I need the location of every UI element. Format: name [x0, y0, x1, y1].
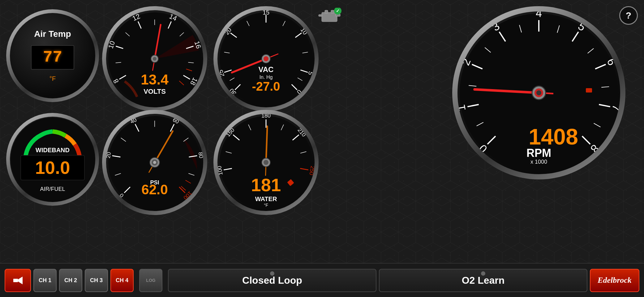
svg-text:AIR/FUEL: AIR/FUEL: [40, 186, 65, 192]
oil-pressure-svg: 0 20 40 60 80 100: [106, 114, 203, 211]
svg-text:20: 20: [106, 152, 112, 159]
ch2-button[interactable]: CH 2: [59, 269, 82, 292]
svg-text:°F: °F: [264, 203, 268, 208]
vacuum-gauge-outer: 15 10 5 0 20 25 30: [213, 6, 319, 111]
o2-learn-led: [481, 271, 485, 276]
svg-point-126: [153, 161, 156, 164]
svg-text:180: 180: [261, 114, 271, 119]
svg-text:RPM: RPM: [526, 147, 551, 159]
svg-point-148: [264, 160, 268, 165]
svg-text:181: 181: [251, 175, 281, 195]
svg-point-57: [264, 56, 268, 61]
svg-text:15: 15: [263, 10, 269, 16]
svg-rect-88: [586, 88, 592, 93]
oil-pressure-gauge-inner: 0 20 40 60 80 100: [106, 114, 203, 211]
svg-rect-4: [319, 15, 322, 16]
air-temp-value: 77: [38, 48, 67, 67]
rpm-svg: 0 1 2 3 4 5 6 7 8: [457, 11, 620, 174]
water-temp-gauge-outer: 100 150 180 210 250: [213, 110, 319, 215]
air-temp-unit: °F: [49, 75, 56, 82]
back-button[interactable]: [5, 269, 31, 292]
svg-point-93: [536, 90, 541, 95]
o2-learn-button[interactable]: O2 Learn: [379, 269, 587, 292]
bottom-bar: CH 1 CH 2 CH 3 CH 4 LOG Closed Loop O2 L…: [0, 263, 644, 297]
wideband-gauge-inner: WIDEBAND 10.0 AIR/FUEL: [10, 117, 95, 202]
air-temp-label: Air Temp: [34, 29, 71, 39]
closed-loop-button[interactable]: Closed Loop: [168, 269, 376, 292]
voltmeter-svg: 8 10 12 14 16 18: [106, 10, 203, 107]
vacuum-svg: 15 10 5 0 20 25 30: [217, 10, 315, 107]
vacuum-gauge-inner: 15 10 5 0 20 25 30: [217, 10, 315, 107]
svg-rect-1: [325, 10, 328, 13]
air-temp-gauge-inner: Air Temp 77 °F: [10, 13, 95, 98]
voltmeter-gauge-outer: 8 10 12 14 16 18: [102, 6, 207, 111]
svg-point-30: [153, 57, 157, 61]
engine-icon: ✓: [316, 8, 343, 25]
svg-rect-153: [13, 279, 18, 282]
ch3-button[interactable]: CH 3: [85, 269, 108, 292]
wideband-gauge-outer: WIDEBAND 10.0 AIR/FUEL: [6, 113, 99, 206]
svg-text:WATER: WATER: [255, 196, 277, 202]
svg-text:VOLTS: VOLTS: [144, 88, 166, 95]
rpm-gauge-inner: 0 1 2 3 4 5 6 7 8: [457, 11, 620, 174]
ch4-button[interactable]: CH 4: [110, 269, 134, 292]
svg-rect-2: [331, 10, 334, 13]
svg-rect-0: [322, 12, 337, 22]
svg-text:10.0: 10.0: [35, 157, 70, 178]
water-temp-gauge-inner: 100 150 180 210 250: [217, 114, 315, 211]
closed-loop-led: [270, 271, 274, 276]
svg-text:✓: ✓: [336, 8, 340, 13]
help-button[interactable]: ?: [619, 6, 638, 25]
engine-status-area: ✓: [316, 8, 343, 26]
svg-text:62.0: 62.0: [141, 182, 168, 197]
svg-text:WIDEBAND: WIDEBAND: [36, 147, 70, 153]
svg-text:1408: 1408: [529, 124, 578, 149]
arrow-left-icon: [12, 275, 24, 286]
oil-pressure-gauge-outer: 0 20 40 60 80 100: [102, 110, 207, 215]
svg-text:VAC: VAC: [259, 65, 274, 74]
ch1-button[interactable]: CH 1: [33, 269, 57, 292]
edelbrock-button[interactable]: Edelbrock: [590, 269, 639, 292]
water-temp-svg: 100 150 180 210 250: [217, 114, 315, 211]
wideband-svg: WIDEBAND 10.0 AIR/FUEL: [10, 117, 95, 202]
svg-text:4: 4: [536, 11, 542, 19]
svg-text:80: 80: [197, 152, 203, 159]
svg-text:In. Hg: In. Hg: [260, 75, 273, 80]
svg-text:x 1000: x 1000: [530, 159, 547, 165]
voltmeter-gauge-inner: 8 10 12 14 16 18: [106, 10, 203, 107]
log-button[interactable]: LOG: [139, 269, 162, 292]
rpm-gauge-outer: 0 1 2 3 4 5 6 7 8: [452, 6, 625, 179]
svg-text:-27.0: -27.0: [252, 80, 280, 93]
air-temp-display: 77: [31, 45, 74, 70]
svg-text:13.4: 13.4: [141, 71, 169, 88]
air-temp-gauge-outer: Air Temp 77 °F: [6, 9, 99, 102]
